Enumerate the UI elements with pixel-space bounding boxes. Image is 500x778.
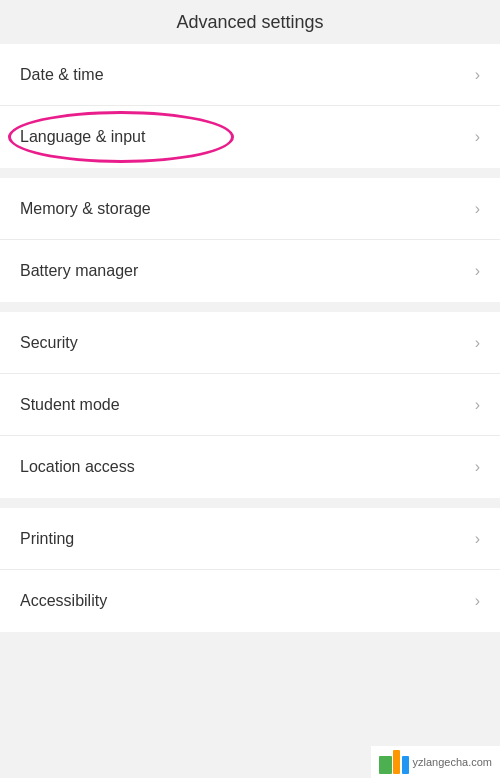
chevron-right-icon: › [475,458,480,476]
chevron-right-icon: › [475,396,480,414]
section-group-4: Printing›Accessibility› [0,508,500,632]
section-group-3: Security›Student mode›Location access› [0,312,500,498]
settings-item-student-mode[interactable]: Student mode› [0,374,500,436]
page-title: Advanced settings [176,12,323,33]
section-group-1: Date & time›Language & input› [0,44,500,168]
settings-label-security: Security [20,334,78,352]
settings-label-language-input: Language & input [20,128,145,146]
page-container: Advanced settings Date & time›Language &… [0,0,500,632]
watermark: yzlangecha.com [371,746,501,778]
settings-label-location-access: Location access [20,458,135,476]
settings-item-location-access[interactable]: Location access› [0,436,500,498]
watermark-logo-icon [379,750,409,774]
chevron-right-icon: › [475,200,480,218]
settings-item-printing[interactable]: Printing› [0,508,500,570]
settings-label-student-mode: Student mode [20,396,120,414]
settings-item-memory-storage[interactable]: Memory & storage› [0,178,500,240]
svg-rect-2 [402,756,409,774]
chevron-right-icon: › [475,592,480,610]
settings-label-memory-storage: Memory & storage [20,200,151,218]
settings-label-date-time: Date & time [20,66,104,84]
settings-label-accessibility: Accessibility [20,592,107,610]
settings-list: Date & time›Language & input›Memory & st… [0,44,500,632]
settings-label-battery-manager: Battery manager [20,262,138,280]
watermark-text: yzlangecha.com [413,756,493,768]
settings-item-accessibility[interactable]: Accessibility› [0,570,500,632]
page-header: Advanced settings [0,0,500,44]
settings-item-battery-manager[interactable]: Battery manager› [0,240,500,302]
settings-item-security[interactable]: Security› [0,312,500,374]
settings-label-printing: Printing [20,530,74,548]
section-group-2: Memory & storage›Battery manager› [0,178,500,302]
chevron-right-icon: › [475,262,480,280]
chevron-right-icon: › [475,530,480,548]
svg-rect-0 [379,756,392,774]
chevron-right-icon: › [475,334,480,352]
svg-rect-1 [393,750,400,774]
settings-item-date-time[interactable]: Date & time› [0,44,500,106]
settings-item-language-input[interactable]: Language & input› [0,106,500,168]
chevron-right-icon: › [475,66,480,84]
chevron-right-icon: › [475,128,480,146]
